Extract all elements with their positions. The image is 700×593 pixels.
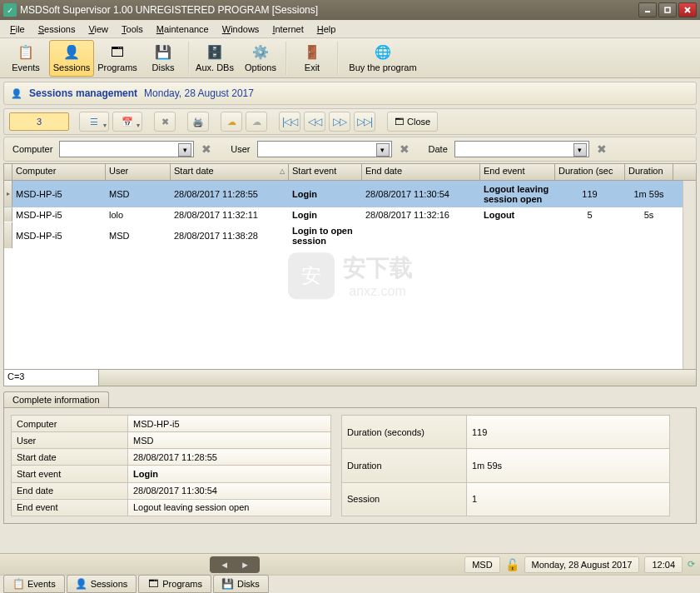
- cloud-sync-button[interactable]: ☁: [221, 112, 242, 132]
- cell-durationsec: 119: [555, 188, 625, 200]
- col-computer[interactable]: Computer: [12, 164, 106, 180]
- menu-view[interactable]: View: [82, 22, 115, 36]
- calendar-icon: 📅: [122, 117, 133, 127]
- list-icon: ☰: [90, 117, 98, 127]
- table-row[interactable]: ▸MSD-HP-i5MSD28/08/2017 11:28:55Login28/…: [4, 181, 696, 207]
- clear-date-button[interactable]: ✖: [593, 141, 611, 157]
- cell-duration: 1m 59s: [625, 188, 673, 200]
- cell-enddate: 28/08/2017 11:30:54: [362, 188, 480, 200]
- clear-computer-button[interactable]: ✖: [197, 141, 216, 157]
- close-panel-button[interactable]: 🗔 Close: [387, 112, 438, 132]
- menu-internet[interactable]: Internet: [266, 22, 310, 36]
- minimize-button[interactable]: [638, 2, 657, 17]
- menu-help[interactable]: Help: [310, 22, 343, 36]
- view-list-button[interactable]: ☰: [79, 112, 109, 132]
- disks-button[interactable]: 💾 Disks: [141, 40, 186, 77]
- menu-file[interactable]: File: [3, 22, 32, 36]
- count-bar: C=3: [3, 370, 697, 386]
- section-header: 👤 Sessions management Monday, 28 August …: [3, 82, 697, 105]
- clear-user-button[interactable]: ✖: [395, 141, 414, 157]
- cell-enddate: 28/08/2017 11:32:16: [362, 209, 480, 221]
- prev-icon: ◁◁: [308, 116, 321, 127]
- info-table-right: Duration (seconds)119 Duration1m 59s Ses…: [341, 415, 670, 516]
- nav-last-button[interactable]: ▷▷|: [354, 112, 375, 132]
- next-icon: ▷▷: [333, 116, 346, 127]
- options-button[interactable]: ⚙️ Options: [238, 40, 283, 77]
- unlock-icon: 🔓: [505, 558, 519, 571]
- menu-sessions[interactable]: Sessions: [32, 22, 82, 36]
- events-icon: 📋: [12, 578, 24, 590]
- menubar: File Sessions View Tools Maintenance Win…: [0, 20, 700, 38]
- cloud-button[interactable]: ☁: [246, 112, 267, 132]
- refresh-icon[interactable]: ⟳: [688, 559, 695, 570]
- calendar-button[interactable]: 📅: [112, 112, 142, 132]
- programs-button[interactable]: 🗔 Programs: [95, 40, 140, 77]
- delete-icon: ✖: [161, 117, 169, 127]
- print-button[interactable]: 🖨️: [187, 112, 209, 132]
- menu-windows[interactable]: Windows: [216, 22, 266, 36]
- buy-button[interactable]: 🌐 Buy the program: [341, 40, 424, 77]
- col-startevent[interactable]: Start event: [289, 164, 362, 180]
- col-enddate[interactable]: End date: [362, 164, 480, 180]
- bottom-tabs: 📋Events 👤Sessions 🗔Programs 💾Disks: [0, 575, 700, 593]
- sessions-button[interactable]: 👤 Sessions: [49, 40, 94, 77]
- expand-widget[interactable]: ◄ ►: [210, 556, 260, 573]
- cell-user: lolo: [106, 209, 171, 221]
- arrow-left-icon: ◄: [220, 560, 229, 570]
- watermark: 安 安下载anxz.com: [288, 252, 413, 299]
- status-date: Monday, 28 August 2017: [524, 556, 640, 573]
- section-date: Monday, 28 August 2017: [144, 87, 254, 99]
- filter-user-combo[interactable]: [257, 141, 392, 157]
- titlebar: ✓ MSDSoft Supervisor 1.00 UNREGISTERED P…: [0, 0, 700, 20]
- cell-duration: 5s: [625, 209, 673, 221]
- nav-prev-button[interactable]: ◁◁: [304, 112, 325, 132]
- column-filter-bar: Computer ✖ User ✖ Date ✖: [3, 137, 697, 162]
- close-icon: 🗔: [395, 117, 404, 127]
- col-startdate[interactable]: Start date△: [171, 164, 289, 180]
- info-tab[interactable]: Complete information: [3, 391, 109, 407]
- btab-programs[interactable]: 🗔Programs: [138, 575, 211, 593]
- btab-events[interactable]: 📋Events: [3, 575, 65, 593]
- row-indicator: [4, 207, 12, 222]
- status-user: MSD: [464, 556, 499, 573]
- menu-maintenance[interactable]: Maintenance: [150, 22, 216, 36]
- statusbar: ◄ ► MSD 🔓 Monday, 28 August 2017 12:04 ⟳: [0, 553, 700, 575]
- exit-button[interactable]: 🚪 Exit: [290, 40, 335, 77]
- table-row[interactable]: MSD-HP-i5MSD28/08/2017 11:38:28Login to …: [4, 222, 696, 249]
- cell-user: MSD: [106, 230, 171, 242]
- cell-startdate: 28/08/2017 11:28:55: [171, 188, 289, 200]
- last-icon: ▷▷|: [357, 116, 372, 127]
- maximize-button[interactable]: [658, 2, 677, 17]
- filter-date-combo[interactable]: [454, 141, 589, 157]
- menu-tools[interactable]: Tools: [115, 22, 150, 36]
- nav-next-button[interactable]: ▷▷: [329, 112, 350, 132]
- toolbar-separator: [337, 42, 339, 75]
- filter-computer-combo[interactable]: [59, 141, 194, 157]
- col-durationsec[interactable]: Duration (sec: [555, 164, 625, 180]
- toolbar-separator: [188, 42, 190, 75]
- printer-icon: 🖨️: [192, 117, 204, 127]
- sort-indicator-icon: △: [280, 167, 285, 175]
- first-icon: |◁◁: [282, 116, 297, 127]
- col-duration[interactable]: Duration: [625, 164, 673, 180]
- auxdbs-button[interactable]: 🗄️ Aux. DBs: [192, 40, 237, 77]
- disks-icon: 💾: [153, 44, 173, 61]
- btab-sessions[interactable]: 👤Sessions: [67, 575, 137, 593]
- svg-rect-1: [665, 7, 670, 12]
- close-button[interactable]: [678, 2, 697, 17]
- cell-startevent: Login to open session: [289, 225, 362, 247]
- col-endevent[interactable]: End event: [480, 164, 555, 180]
- filter-toolbar: 3 ☰ 📅 ✖ 🖨️ ☁ ☁ |◁◁ ◁◁ ▷▷ ▷▷| 🗔 Close: [3, 108, 697, 135]
- row-indicator: [4, 222, 12, 248]
- record-count-box: 3: [9, 112, 69, 131]
- delete-button[interactable]: ✖: [154, 112, 176, 132]
- col-user[interactable]: User: [106, 164, 171, 180]
- btab-disks[interactable]: 💾Disks: [213, 575, 269, 593]
- events-button[interactable]: 📋 Events: [3, 40, 48, 77]
- cloud-icon: ☁: [252, 117, 261, 127]
- cell-computer: MSD-HP-i5: [12, 209, 106, 221]
- cell-durationsec: 5: [555, 209, 625, 221]
- vertical-scrollbar[interactable]: [683, 181, 696, 369]
- nav-first-button[interactable]: |◁◁: [279, 112, 300, 132]
- table-row[interactable]: MSD-HP-i5lolo28/08/2017 11:32:11Login28/…: [4, 207, 696, 222]
